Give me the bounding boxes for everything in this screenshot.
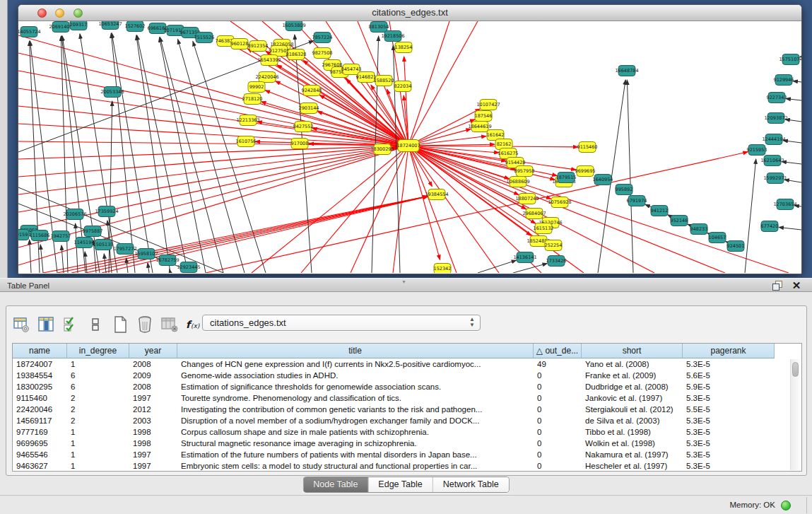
table-row[interactable]: 1830029562008Estimation of significance … bbox=[13, 381, 801, 392]
network-node[interactable]: 952146 bbox=[671, 216, 688, 226]
network-edge[interactable] bbox=[393, 45, 400, 273]
network-node[interactable]: 9975887 bbox=[83, 226, 103, 237]
network-edge[interactable] bbox=[317, 112, 408, 146]
network-node[interactable]: 8912354 bbox=[248, 41, 269, 52]
network-node[interactable]: 20053346 bbox=[100, 87, 124, 98]
network-node[interactable]: 16648784 bbox=[615, 66, 638, 76]
network-node[interactable]: 960128 bbox=[231, 39, 249, 49]
network-node[interactable]: 15992971 bbox=[763, 173, 787, 184]
network-node[interactable]: 15751074 bbox=[779, 54, 801, 65]
row-height-icon[interactable] bbox=[86, 315, 105, 334]
column-header-name[interactable]: name bbox=[13, 344, 67, 358]
network-edge[interactable] bbox=[478, 260, 517, 273]
network-node[interactable]: 948233 bbox=[690, 224, 708, 235]
network-node[interactable]: 941212 bbox=[651, 206, 669, 216]
network-edge[interactable] bbox=[71, 197, 428, 273]
network-node[interactable]: 8186328 bbox=[286, 49, 307, 60]
network-node[interactable]: 29684067 bbox=[522, 209, 546, 219]
new-column-icon[interactable] bbox=[111, 315, 129, 334]
network-edge[interactable] bbox=[351, 146, 408, 273]
network-node[interactable]: 8427552 bbox=[293, 122, 314, 132]
network-node[interactable]: 924501 bbox=[727, 241, 745, 252]
network-node[interactable]: 19218506 bbox=[381, 31, 404, 42]
network-node[interactable]: 8957958 bbox=[514, 166, 535, 177]
network-node[interactable]: 19384554 bbox=[425, 189, 448, 200]
network-edge[interactable] bbox=[782, 162, 801, 164]
network-node[interactable]: 10107427 bbox=[476, 100, 500, 110]
network-edge[interactable] bbox=[112, 33, 153, 273]
network-edge[interactable] bbox=[137, 35, 188, 273]
network-edge[interactable] bbox=[513, 263, 547, 273]
network-edge[interactable] bbox=[148, 263, 149, 273]
tab-node-table[interactable]: Node Table bbox=[303, 477, 368, 492]
close-panel-icon[interactable]: ✕ bbox=[791, 279, 802, 292]
table-row[interactable]: 1938455462009Genome-wide association stu… bbox=[13, 370, 801, 381]
column-header-pagerank[interactable]: pagerank bbox=[683, 344, 775, 358]
network-node[interactable]: 1588520 bbox=[374, 76, 394, 86]
column-header-out_de[interactable]: △ out_de... bbox=[534, 344, 582, 358]
network-node[interactable]: 187546 bbox=[475, 111, 493, 122]
table-row[interactable]: 1872400712008Changes of HCN gene express… bbox=[13, 358, 801, 370]
network-node[interactable]: 252254 bbox=[545, 240, 563, 251]
network-node[interactable]: 12213363 bbox=[236, 115, 259, 126]
network-node[interactable]: 209317 bbox=[70, 21, 88, 30]
network-node[interactable]: 39159 bbox=[18, 230, 29, 240]
network-node[interactable]: 677420 bbox=[761, 221, 779, 232]
table-row[interactable]: 1456911722003Disruption of a novel membe… bbox=[13, 415, 801, 426]
network-node[interactable]: 20206576 bbox=[63, 209, 86, 220]
network-node[interactable]: 14055724 bbox=[18, 27, 41, 37]
network-node[interactable]: 2903144 bbox=[299, 103, 319, 114]
delete-table-icon[interactable] bbox=[160, 315, 179, 334]
network-edge[interactable] bbox=[408, 146, 457, 273]
table-selector-dropdown[interactable]: citations_edges.txt ▲▼ bbox=[202, 315, 481, 331]
network-node[interactable]: 1640954 bbox=[593, 175, 613, 185]
network-edge[interactable] bbox=[111, 33, 135, 273]
network-window-titlebar[interactable]: citations_edges.txt bbox=[18, 5, 801, 21]
network-node[interactable]: 15958107 bbox=[134, 249, 158, 259]
network-edge[interactable] bbox=[126, 258, 128, 273]
splitter-handle-icon[interactable]: ▼ bbox=[401, 279, 406, 284]
network-node[interactable]: 9227343 bbox=[767, 93, 787, 103]
network-node[interactable]: 6791974 bbox=[627, 196, 647, 206]
select-columns-icon[interactable] bbox=[61, 315, 80, 334]
network-edge[interactable] bbox=[786, 98, 801, 100]
network-node[interactable]: 1527602 bbox=[125, 21, 146, 32]
network-node[interactable]: 1115686 bbox=[30, 230, 50, 241]
network-edge[interactable] bbox=[178, 39, 245, 273]
network-node[interactable]: 9129946 bbox=[774, 75, 794, 86]
network-node[interactable]: 2718120 bbox=[242, 94, 263, 105]
network-edge[interactable] bbox=[18, 146, 408, 212]
column-header-title[interactable]: title bbox=[177, 344, 534, 358]
network-edge[interactable] bbox=[160, 37, 206, 273]
network-edge[interactable] bbox=[160, 37, 223, 273]
network-node[interactable]: 9699695 bbox=[575, 166, 596, 177]
network-node[interactable]: 1879515 bbox=[556, 173, 577, 183]
scrollbar-thumb[interactable] bbox=[792, 362, 799, 377]
function-builder-icon[interactable]: f(x) bbox=[185, 315, 204, 334]
network-edge[interactable] bbox=[408, 146, 499, 273]
network-node[interactable]: 917008 bbox=[291, 139, 309, 149]
network-node[interactable]: 18724007 bbox=[396, 140, 420, 152]
network-node[interactable]: 10688609 bbox=[506, 177, 529, 187]
table-row[interactable]: 911546021997Tourette syndrome. Phenomeno… bbox=[13, 392, 801, 404]
network-node[interactable]: 8813054 bbox=[369, 22, 389, 33]
network-node[interactable]: 12703654 bbox=[773, 199, 796, 210]
network-edge[interactable] bbox=[408, 146, 576, 170]
network-edge[interactable] bbox=[408, 146, 578, 147]
network-edge[interactable] bbox=[408, 146, 725, 273]
column-header-short[interactable]: short bbox=[582, 344, 683, 358]
network-node[interactable]: 22420046 bbox=[255, 72, 278, 83]
table-vertical-scrollbar[interactable] bbox=[790, 359, 800, 470]
network-node[interactable]: 99902 bbox=[248, 82, 265, 93]
network-edge[interactable] bbox=[252, 146, 408, 273]
column-header-in_degree[interactable]: in_degree bbox=[67, 344, 129, 358]
network-node[interactable]: 9242848 bbox=[302, 86, 322, 96]
network-edge[interactable] bbox=[745, 159, 756, 273]
network-edge[interactable] bbox=[627, 80, 633, 273]
table-row[interactable]: 2242004622012Investigating the contribut… bbox=[13, 404, 801, 415]
network-edge[interactable] bbox=[783, 141, 801, 143]
network-node[interactable]: 995892 bbox=[616, 185, 633, 195]
network-node[interactable]: 9215953 bbox=[747, 145, 767, 156]
network-edge[interactable] bbox=[261, 102, 408, 146]
network-edge[interactable] bbox=[76, 223, 78, 273]
